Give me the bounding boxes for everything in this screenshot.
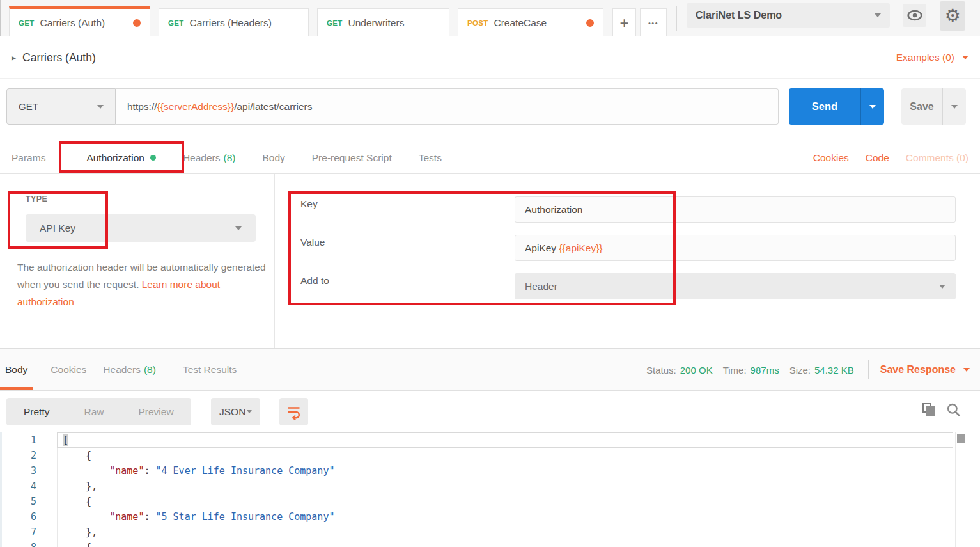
- request-title-row: ▸ Carriers (Auth) Examples (0): [0, 37, 980, 79]
- url-prefix: https://: [127, 101, 157, 113]
- format-value: JSON: [219, 406, 245, 418]
- size-value: 54.32 KB: [814, 365, 854, 376]
- wrap-lines-button[interactable]: [279, 398, 308, 425]
- tab-options-button[interactable]: •••: [640, 8, 667, 36]
- request-tab-createcase[interactable]: POST CreateCase: [458, 8, 603, 36]
- url-variable: {{serverAddress}}: [157, 101, 235, 113]
- response-toolbar: Pretty Raw Preview JSON: [0, 391, 980, 432]
- request-tab-carriers-headers[interactable]: GET Carriers (Headers): [159, 8, 309, 36]
- code-lines: 1[2 {3 "name": "4 Ever Life Insurance Co…: [2, 432, 980, 547]
- auth-type-column: TYPE API Key The authorization header wi…: [0, 174, 275, 348]
- save-button[interactable]: Save: [901, 88, 966, 125]
- url-input[interactable]: https://{{serverAddress}}/api/latest/car…: [116, 88, 779, 125]
- code-link[interactable]: Code: [866, 152, 889, 164]
- examples-dropdown[interactable]: Examples (0): [896, 52, 968, 63]
- search-response-button[interactable]: [946, 402, 963, 419]
- value-label: Value: [300, 237, 325, 248]
- value-variable: {{apiKey}}: [559, 242, 602, 254]
- divider: [868, 360, 869, 379]
- scrollbar-thumb[interactable]: [957, 434, 965, 443]
- chevron-down-icon: [235, 226, 242, 230]
- environment-selector[interactable]: ClariNet LS Demo: [687, 3, 890, 28]
- code-line-content: {: [57, 494, 953, 509]
- settings-button[interactable]: ⚙: [940, 1, 965, 31]
- url-suffix: /api/latest/carriers: [234, 101, 312, 113]
- response-tab-cookies[interactable]: Cookies: [51, 349, 86, 390]
- chevron-down-icon: [247, 410, 252, 413]
- gear-icon: ⚙: [944, 7, 960, 25]
- chevron-down-icon: [963, 368, 970, 372]
- code-line: 6 "name": "5 Star Life Insurance Company…: [2, 509, 980, 525]
- chevron-down-icon: [951, 105, 958, 109]
- code-line-content: {: [57, 540, 953, 547]
- code-line: 1[: [2, 432, 980, 448]
- chevron-down-icon: [869, 105, 876, 109]
- key-input[interactable]: Authorization: [515, 196, 956, 223]
- view-mode-pretty[interactable]: Pretty: [6, 406, 66, 418]
- code-line: 8 {: [2, 540, 980, 547]
- request-tabs: Params Authorization Headers (8) Body Pr…: [0, 142, 980, 174]
- line-number: 7: [2, 525, 36, 540]
- code-line-content: },: [57, 525, 953, 540]
- examples-label: Examples (0): [896, 52, 954, 63]
- tab-body[interactable]: Body: [262, 152, 284, 164]
- send-label: Send: [789, 88, 860, 125]
- cookies-link[interactable]: Cookies: [813, 152, 849, 164]
- method-value: GET: [19, 101, 38, 112]
- code-line: 2 {: [2, 448, 980, 463]
- response-tab-test-results[interactable]: Test Results: [183, 349, 237, 390]
- save-response-button[interactable]: Save Response: [880, 364, 970, 376]
- chevron-down-icon: [939, 285, 945, 289]
- environment-quick-look-button[interactable]: [903, 4, 926, 27]
- response-meta: Status: 200 OK Time: 987ms Size: 54.32 K…: [636, 360, 980, 379]
- headers-count: (8): [223, 152, 235, 164]
- response-headers-label: Headers: [103, 364, 141, 376]
- new-tab-button[interactable]: +: [612, 8, 636, 36]
- response-body-viewer[interactable]: 1[2 {3 "name": "4 Ever Life Insurance Co…: [0, 432, 980, 547]
- line-number: 3: [2, 463, 36, 479]
- search-icon: [946, 402, 961, 418]
- view-mode-raw[interactable]: Raw: [66, 406, 121, 418]
- send-button[interactable]: Send: [789, 88, 884, 125]
- response-tab-headers[interactable]: Headers (8): [103, 349, 156, 390]
- request-tab-underwriters[interactable]: GET Underwriters: [317, 8, 449, 36]
- auth-type-value: API Key: [40, 223, 75, 234]
- tab-params[interactable]: Params: [12, 152, 45, 164]
- auth-type-selector[interactable]: API Key: [26, 214, 256, 242]
- value-input[interactable]: ApiKey {{apiKey}}: [515, 235, 956, 261]
- copy-icon: [926, 406, 935, 416]
- request-title: Carriers (Auth): [22, 51, 96, 65]
- chevron-down-icon: [97, 105, 104, 109]
- save-label: Save: [901, 88, 942, 125]
- tab-tests[interactable]: Tests: [419, 152, 442, 164]
- time-label: Time:: [723, 365, 747, 376]
- line-number: 1: [2, 432, 36, 448]
- plus-icon: +: [619, 15, 628, 31]
- tab-headers[interactable]: Headers (8): [183, 152, 236, 164]
- method-selector[interactable]: GET: [6, 88, 116, 125]
- disclosure-triangle-icon[interactable]: ▸: [12, 52, 16, 63]
- send-options[interactable]: [860, 88, 884, 125]
- chevron-down-icon: [962, 56, 968, 59]
- method-badge: GET: [327, 19, 343, 27]
- code-line: 5 {: [2, 494, 980, 509]
- response-tab-body[interactable]: Body: [5, 349, 27, 390]
- copy-response-button[interactable]: [921, 402, 938, 419]
- response-header: Body Cookies Headers (8) Test Results St…: [0, 349, 980, 391]
- addto-selector[interactable]: Header: [515, 273, 956, 299]
- comments-link[interactable]: Comments (0): [906, 152, 968, 164]
- tab-pre-request-script[interactable]: Pre-request Script: [312, 152, 392, 164]
- line-number: 4: [2, 479, 36, 494]
- code-line: 4 },: [2, 479, 980, 494]
- tab-authorization[interactable]: Authorization: [86, 152, 155, 164]
- code-line: 3 "name": "4 Ever Life Insurance Company…: [2, 463, 980, 479]
- addto-label: Add to: [300, 275, 329, 287]
- request-tab-carriers-auth[interactable]: GET Carriers (Auth): [9, 6, 150, 36]
- chevron-down-icon: [875, 13, 881, 17]
- addto-value: Header: [525, 281, 557, 292]
- line-number: 5: [2, 494, 36, 509]
- save-options[interactable]: [942, 88, 966, 125]
- view-mode-preview[interactable]: Preview: [121, 406, 191, 418]
- vertical-scrollbar[interactable]: [955, 432, 966, 547]
- format-selector[interactable]: JSON: [211, 398, 260, 425]
